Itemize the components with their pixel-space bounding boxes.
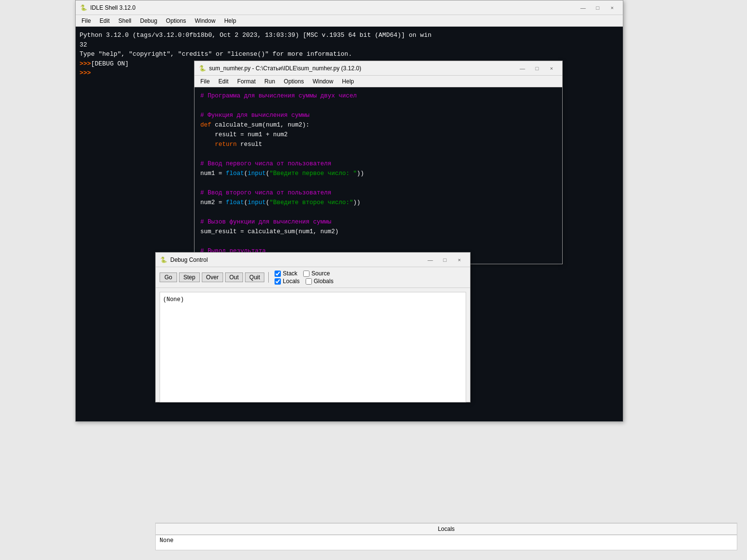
idle-icon: 🐍 [80, 4, 87, 12]
editor-titlebar-left: 🐍 sum_numher.py - C:\Статьи\IDLE\sum_num… [198, 64, 361, 72]
code-line-blank-3 [200, 178, 556, 188]
locals-label: Locals [283, 278, 300, 285]
titlebar-left: 🐍 IDLE Shell 3.12.0 [80, 4, 135, 12]
debug-title: Debug Control [170, 256, 208, 263]
editor-menu-help[interactable]: Help [338, 77, 358, 86]
editor-menu-window[interactable]: Window [309, 77, 337, 86]
code-line-9: num2 = float(input("Введите второе число… [200, 198, 556, 208]
debug-options-row2: Locals Globals [275, 278, 333, 285]
editor-menubar: File Edit Format Run Options Window Help [195, 76, 562, 87]
editor-title: sum_numher.py - C:\Статьи\IDLE\sum_numhe… [209, 65, 361, 72]
editor-menu-options[interactable]: Options [280, 77, 308, 86]
debug-minimize[interactable]: — [423, 255, 437, 265]
stack-label: Stack [283, 270, 297, 277]
menu-help[interactable]: Help [220, 16, 240, 25]
debug-options: Stack Source Locals Globals [275, 270, 333, 285]
source-label: Source [311, 270, 330, 277]
debug-none-value: (None) [163, 296, 184, 303]
editor-menu-file[interactable]: File [196, 77, 213, 86]
code-line-3: def calculate_sum(num1, num2): [200, 120, 556, 130]
debug-maximize[interactable]: □ [438, 255, 452, 265]
code-line-8: # Ввод второго числа от пользователя [200, 188, 556, 198]
menu-window[interactable]: Window [191, 16, 219, 25]
editor-window: 🐍 sum_numher.py - C:\Статьи\IDLE\sum_num… [194, 61, 563, 264]
code-line-blank-1 [200, 101, 556, 111]
shell-info-line3: Type "help", "copyright", "credits" or "… [80, 49, 619, 59]
editor-close[interactable]: × [545, 64, 558, 73]
shell-prompt-2: >>> [80, 69, 91, 77]
shell-prompt-1: >>> [80, 59, 91, 69]
code-line-blank-4 [200, 208, 556, 217]
idle-shell-controls: — □ × [576, 3, 619, 13]
source-checkbox[interactable] [303, 271, 309, 277]
code-line-6: # Ввод первого числа от пользователя [200, 159, 556, 169]
debug-step-button[interactable]: Step [179, 272, 200, 282]
debug-icon: 🐍 [160, 256, 167, 264]
code-line-2: # Функция для вычисления суммы [200, 111, 556, 120]
debug-value-area: (None) [160, 292, 466, 402]
editor-menu-run[interactable]: Run [260, 77, 279, 86]
shell-debug-on: [DEBUG ON] [91, 59, 129, 69]
editor-titlebar: 🐍 sum_numher.py - C:\Статьи\IDLE\sum_num… [195, 61, 562, 76]
menu-debug[interactable]: Debug [136, 16, 161, 25]
idle-shell-title: IDLE Shell 3.12.0 [90, 4, 135, 11]
editor-menu-format[interactable]: Format [233, 77, 260, 86]
debug-toolbar: Go Step Over Out Quit Stack Source Local… [156, 267, 470, 288]
editor-maximize[interactable]: □ [530, 64, 544, 73]
source-checkbox-label[interactable]: Source [303, 270, 330, 277]
editor-menu-edit[interactable]: Edit [214, 77, 232, 86]
debug-options-row1: Stack Source [275, 270, 333, 277]
debug-control-window: 🐍 Debug Control — □ × Go Step Over Out Q… [155, 252, 471, 402]
idle-shell-menubar: File Edit Shell Debug Options Window Hel… [76, 15, 623, 27]
debug-quit-button[interactable]: Quit [245, 272, 264, 282]
stack-checkbox[interactable] [275, 271, 281, 277]
idle-shell-minimize[interactable]: — [576, 3, 590, 13]
code-line-4: result = num1 + num2 [200, 130, 556, 140]
editor-controls: — □ × [516, 64, 558, 73]
code-line-1: # Программа для вычисления суммы двух чи… [200, 91, 556, 101]
shell-info-line1: Python 3.12.0 (tags/v3.12.0:0fb18b0, Oct… [80, 31, 619, 40]
editor-icon: 🐍 [198, 64, 206, 72]
debug-go-button[interactable]: Go [160, 272, 177, 282]
debug-titlebar-left: 🐍 Debug Control [160, 256, 208, 264]
toolbar-separator [268, 272, 269, 283]
debug-over-button[interactable]: Over [202, 272, 223, 282]
menu-edit[interactable]: Edit [96, 16, 114, 25]
menu-shell[interactable]: Shell [114, 16, 135, 25]
shell-info-line2: 32 [80, 40, 619, 50]
code-line-10: # Вызов функции для вычисления суммы [200, 217, 556, 227]
globals-label: Globals [314, 278, 334, 285]
code-line-blank-2 [200, 149, 556, 159]
menu-options[interactable]: Options [162, 16, 190, 25]
editor-code-area[interactable]: # Программа для вычисления суммы двух чи… [195, 87, 562, 264]
locals-panel-header: Locals [156, 524, 737, 535]
debug-titlebar: 🐍 Debug Control — □ × [156, 253, 470, 267]
menu-file[interactable]: File [78, 16, 95, 25]
code-line-blank-5 [200, 237, 556, 246]
debug-close[interactable]: × [453, 255, 466, 265]
idle-shell-maximize[interactable]: □ [591, 3, 604, 13]
idle-shell-titlebar: 🐍 IDLE Shell 3.12.0 — □ × [76, 0, 623, 15]
locals-checkbox[interactable] [275, 278, 281, 285]
stack-checkbox-label[interactable]: Stack [275, 270, 297, 277]
editor-minimize[interactable]: — [516, 64, 529, 73]
idle-shell-close[interactable]: × [605, 3, 619, 13]
locals-checkbox-label[interactable]: Locals [275, 278, 300, 285]
code-line-5: return result [200, 140, 556, 149]
bottom-locals-panel: Locals None [155, 523, 737, 550]
globals-checkbox[interactable] [306, 278, 312, 285]
debug-controls: — □ × [423, 255, 466, 265]
globals-checkbox-label[interactable]: Globals [306, 278, 334, 285]
code-line-7: num1 = float(input("Введите первое число… [200, 169, 556, 178]
code-line-11: sum_result = calculate_sum(num1, num2) [200, 227, 556, 237]
locals-panel-content: None [156, 535, 737, 550]
debug-out-button[interactable]: Out [225, 272, 243, 282]
